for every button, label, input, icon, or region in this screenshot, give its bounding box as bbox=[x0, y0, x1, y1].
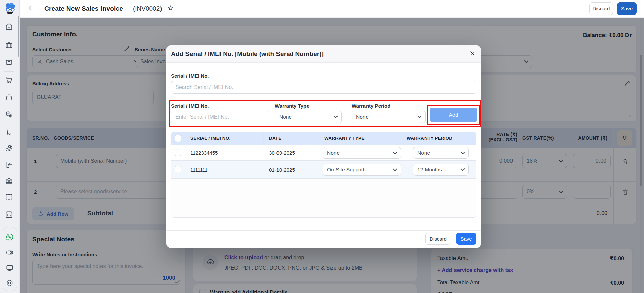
sidebar-item-home[interactable] bbox=[5, 22, 13, 31]
save-button[interactable]: Save bbox=[617, 2, 637, 15]
modal-save-button[interactable]: Save bbox=[456, 233, 476, 245]
row-warranty-period-select[interactable]: None bbox=[413, 147, 469, 159]
row-warranty-type-select[interactable]: None bbox=[323, 147, 401, 159]
modal-discard-button[interactable]: Discard bbox=[425, 233, 451, 245]
sidebar-item-archive[interactable] bbox=[5, 57, 13, 66]
entry-serial-label: Serial / IMEI No. bbox=[171, 103, 209, 109]
serial-row: 1122334455 30-09-2025 None None bbox=[171, 145, 476, 161]
app-logo-icon[interactable] bbox=[3, 2, 17, 16]
date-value: 01-10-2025 bbox=[269, 167, 295, 173]
serial-search-label: Serial / IMEI No. bbox=[171, 73, 209, 79]
modal-header: Add Serial / IMEI No. [Mobile (with Seri… bbox=[166, 45, 481, 63]
modal-add-button[interactable]: Add bbox=[430, 108, 477, 122]
sidebar-item-bookmark[interactable] bbox=[5, 127, 13, 136]
chevron-down-icon bbox=[461, 167, 465, 171]
chevron-down-icon bbox=[461, 150, 465, 154]
invoice-number: (INV0002) bbox=[133, 5, 162, 12]
app-window: Create New Sales Invoice (INV0002) Disca… bbox=[0, 0, 644, 293]
warranty-type-label: Warranty Type bbox=[275, 103, 310, 109]
date-value: 30-09-2025 bbox=[269, 150, 295, 156]
chevron-down-icon bbox=[333, 114, 338, 118]
discard-button[interactable]: Discard bbox=[589, 2, 613, 15]
add-serial-modal: Add Serial / IMEI No. [Mobile (with Seri… bbox=[166, 45, 481, 248]
row-checkbox[interactable] bbox=[175, 166, 181, 173]
sidebar-divider bbox=[4, 107, 14, 107]
col-date: DATE bbox=[269, 136, 282, 141]
warranty-type-select[interactable]: None bbox=[275, 111, 342, 123]
sidebar-item-database[interactable] bbox=[5, 110, 13, 119]
sidebar-scrollbar[interactable] bbox=[18, 16, 19, 57]
warranty-period-select[interactable]: None bbox=[352, 111, 426, 123]
chevron-down-icon bbox=[393, 167, 397, 171]
sidebar-item-bag[interactable] bbox=[5, 93, 13, 102]
whatsapp-icon[interactable] bbox=[5, 233, 14, 241]
select-all-checkbox[interactable] bbox=[175, 135, 181, 142]
warranty-period-label: Warranty Period bbox=[352, 103, 390, 109]
sidebar-item-book[interactable] bbox=[5, 193, 13, 202]
settings-gear-icon[interactable] bbox=[5, 278, 14, 287]
row-warranty-type-select[interactable]: On-Site Support bbox=[323, 164, 401, 176]
sidebar-item-hand-coins[interactable] bbox=[5, 144, 13, 153]
serial-row: 1111111 01-10-2025 On-Site Support 12 Mo… bbox=[171, 161, 476, 179]
header-divider bbox=[39, 5, 39, 12]
chevron-down-icon bbox=[417, 114, 422, 118]
page-title: Create New Sales Invoice bbox=[44, 5, 123, 12]
row-checkbox[interactable] bbox=[175, 149, 181, 156]
modal-title: Add Serial / IMEI No. [Mobile (with Seri… bbox=[171, 50, 324, 58]
sidebar bbox=[0, 0, 20, 293]
header-divider bbox=[128, 5, 128, 12]
entry-serial-input[interactable] bbox=[171, 111, 269, 123]
row-warranty-period-select[interactable]: 12 Months bbox=[413, 164, 469, 176]
top-header-bar: Create New Sales Invoice (INV0002) Disca… bbox=[20, 0, 644, 18]
sidebar-item-return-arrow[interactable] bbox=[5, 160, 13, 169]
col-warranty-period: WARRANTY PERIOD bbox=[407, 136, 452, 141]
sidebar-divider bbox=[4, 207, 14, 207]
sidebar-item-bar-chart[interactable] bbox=[5, 210, 13, 219]
sidebar-item-cart[interactable] bbox=[5, 76, 13, 85]
toggle-icon[interactable] bbox=[5, 248, 14, 257]
sidebar-divider bbox=[4, 36, 14, 36]
chevron-down-icon bbox=[393, 150, 397, 154]
close-icon[interactable] bbox=[469, 50, 476, 58]
back-icon[interactable] bbox=[27, 4, 34, 13]
serial-table-header: SERIAL / IMEI NO. DATE WARRANTY TYPE WAR… bbox=[171, 132, 476, 145]
col-serial: SERIAL / IMEI NO. bbox=[190, 136, 230, 141]
monitor-icon[interactable] bbox=[5, 264, 14, 272]
sidebar-divider bbox=[4, 71, 14, 72]
favorite-star-icon[interactable] bbox=[167, 4, 174, 13]
col-warranty-type: WARRANTY TYPE bbox=[324, 136, 364, 141]
serial-value: 1111111 bbox=[190, 167, 208, 173]
sidebar-item-briefcase[interactable] bbox=[5, 41, 13, 49]
modal-footer: Discard Save bbox=[166, 230, 481, 248]
serial-search-input[interactable] bbox=[171, 81, 476, 94]
serial-table: SERIAL / IMEI NO. DATE WARRANTY TYPE WAR… bbox=[171, 132, 476, 218]
serial-value: 1122334455 bbox=[190, 150, 218, 156]
sidebar-item-bank[interactable] bbox=[5, 177, 13, 185]
